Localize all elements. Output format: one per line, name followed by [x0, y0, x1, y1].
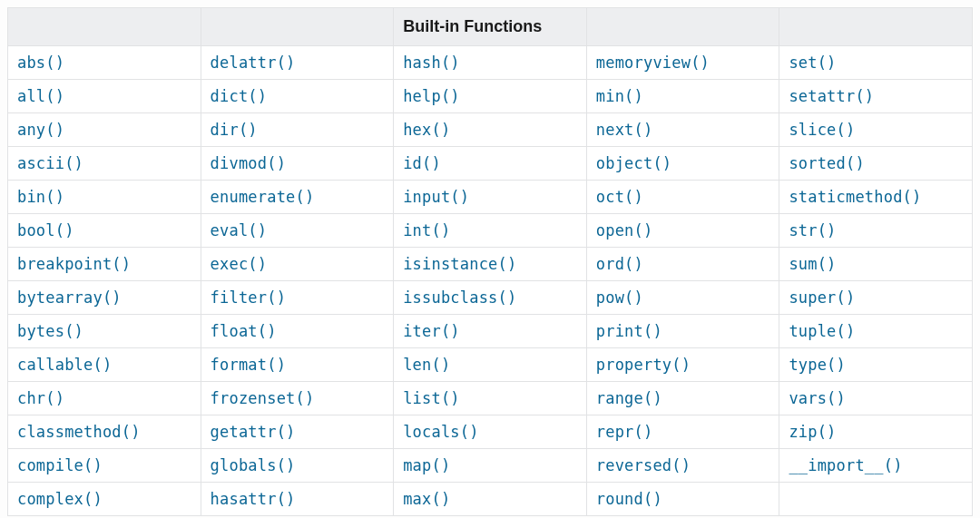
table-cell: int() — [394, 214, 587, 248]
function-link[interactable]: property() — [596, 356, 691, 374]
function-link[interactable]: list() — [403, 389, 460, 407]
table-cell: divmod() — [201, 147, 394, 181]
function-link[interactable]: object() — [596, 154, 671, 172]
function-link[interactable]: sorted() — [789, 154, 864, 172]
table-cell: setattr() — [779, 80, 973, 113]
table-cell: delattr() — [201, 46, 394, 80]
table-row: complex()hasattr()max()round() — [8, 483, 973, 516]
function-link[interactable]: zip() — [789, 423, 836, 441]
function-link[interactable]: complex() — [17, 490, 103, 508]
function-link[interactable]: locals() — [403, 423, 478, 441]
table-cell — [779, 483, 973, 516]
function-link[interactable]: iter() — [403, 322, 460, 340]
function-link[interactable]: compile() — [17, 456, 103, 474]
function-link[interactable]: int() — [403, 221, 450, 239]
function-link[interactable]: chr() — [17, 389, 64, 407]
table-cell: locals() — [394, 415, 587, 449]
function-link[interactable]: map() — [403, 456, 450, 474]
function-link[interactable]: format() — [211, 356, 286, 374]
function-link[interactable]: globals() — [211, 456, 296, 474]
function-link[interactable]: hex() — [403, 121, 450, 139]
function-link[interactable]: delattr() — [211, 54, 296, 72]
function-link[interactable]: vars() — [789, 389, 846, 407]
function-link[interactable]: reversed() — [596, 456, 691, 474]
function-link[interactable]: tuple() — [789, 322, 855, 340]
function-link[interactable]: next() — [596, 121, 653, 139]
function-link[interactable]: enumerate() — [211, 188, 315, 206]
function-link[interactable]: any() — [17, 121, 64, 139]
function-link[interactable]: sum() — [789, 255, 836, 273]
function-link[interactable]: frozenset() — [211, 389, 315, 407]
function-link[interactable]: bool() — [17, 221, 74, 239]
function-link[interactable]: max() — [403, 490, 450, 508]
function-link[interactable]: issubclass() — [403, 288, 516, 307]
table-cell: bin() — [8, 181, 201, 214]
function-link[interactable]: divmod() — [211, 154, 286, 172]
function-link[interactable]: len() — [403, 356, 450, 374]
builtin-functions-table: Built-in Functions abs()delattr()hash()m… — [7, 7, 973, 516]
table-row: bin()enumerate()input()oct()staticmethod… — [8, 181, 973, 214]
function-link[interactable]: staticmethod() — [789, 188, 921, 206]
function-link[interactable]: str() — [789, 221, 836, 239]
function-link[interactable]: eval() — [211, 221, 268, 239]
function-link[interactable]: memoryview() — [596, 54, 710, 72]
function-link[interactable]: super() — [789, 288, 855, 307]
function-link[interactable]: open() — [596, 221, 653, 239]
table-cell: min() — [586, 80, 779, 113]
function-link[interactable]: pow() — [596, 288, 643, 307]
function-link[interactable]: filter() — [211, 288, 286, 307]
function-link[interactable]: dict() — [211, 87, 268, 105]
function-link[interactable]: all() — [17, 87, 64, 105]
function-link[interactable]: range() — [596, 389, 662, 407]
function-link[interactable]: callable() — [17, 356, 112, 374]
table-row: all()dict()help()min()setattr() — [8, 80, 973, 113]
table-cell: memoryview() — [586, 46, 779, 80]
function-link[interactable]: isinstance() — [403, 255, 516, 273]
function-link[interactable]: set() — [789, 54, 836, 72]
function-link[interactable]: round() — [596, 490, 662, 508]
function-link[interactable]: bin() — [17, 188, 64, 206]
function-link[interactable]: abs() — [17, 54, 64, 72]
table-cell: tuple() — [779, 315, 973, 348]
header-cell — [8, 8, 201, 46]
function-link[interactable]: repr() — [596, 423, 653, 441]
function-link[interactable]: __import__() — [789, 456, 902, 474]
function-link[interactable]: getattr() — [211, 423, 296, 441]
table-cell: ord() — [586, 248, 779, 281]
table-cell: any() — [8, 113, 201, 147]
function-link[interactable]: exec() — [211, 255, 268, 273]
table-row: ascii()divmod()id()object()sorted() — [8, 147, 973, 181]
table-cell: repr() — [586, 415, 779, 449]
table-cell: range() — [586, 382, 779, 415]
table-row: any()dir()hex()next()slice() — [8, 113, 973, 147]
header-cell: Built-in Functions — [394, 8, 587, 46]
function-link[interactable]: breakpoint() — [17, 255, 131, 273]
function-link[interactable]: ord() — [596, 255, 643, 273]
table-cell: eval() — [201, 214, 394, 248]
function-link[interactable]: dir() — [211, 121, 258, 139]
table-cell: dict() — [201, 80, 394, 113]
table-cell: __import__() — [779, 449, 973, 483]
function-link[interactable]: bytearray() — [17, 288, 122, 307]
function-link[interactable]: min() — [596, 87, 643, 105]
function-link[interactable]: type() — [789, 356, 846, 374]
function-link[interactable]: setattr() — [789, 87, 874, 105]
function-link[interactable]: slice() — [789, 121, 855, 139]
function-link[interactable]: oct() — [596, 188, 643, 206]
table-cell: sum() — [779, 248, 973, 281]
function-link[interactable]: print() — [596, 322, 662, 340]
table-header: Built-in Functions — [8, 8, 973, 46]
function-link[interactable]: help() — [403, 87, 460, 105]
table-cell: object() — [586, 147, 779, 181]
table-cell: ascii() — [8, 147, 201, 181]
table-row: bytearray()filter()issubclass()pow()supe… — [8, 281, 973, 315]
function-link[interactable]: hasattr() — [211, 490, 296, 508]
function-link[interactable]: hash() — [403, 54, 460, 72]
function-link[interactable]: bytes() — [17, 322, 83, 340]
function-link[interactable]: id() — [403, 154, 441, 172]
function-link[interactable]: ascii() — [17, 154, 83, 172]
function-link[interactable]: classmethod() — [17, 423, 141, 441]
function-link[interactable]: float() — [211, 322, 277, 340]
table-cell: hasattr() — [201, 483, 394, 516]
function-link[interactable]: input() — [403, 188, 469, 206]
